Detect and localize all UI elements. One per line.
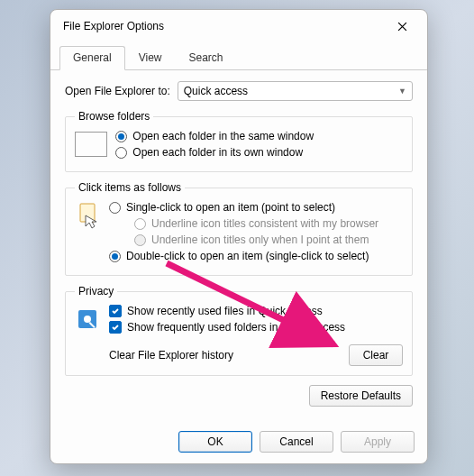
tab-strip: General View Search: [50, 46, 427, 70]
dialog-title: File Explorer Options: [63, 20, 164, 32]
close-icon: [397, 22, 407, 32]
radio-icon: [134, 234, 146, 246]
tab-search[interactable]: Search: [176, 46, 237, 69]
cursor-file-icon: [75, 201, 102, 232]
checkbox-checked-icon: [109, 321, 122, 334]
radio-same-window[interactable]: Open each folder in the same window: [115, 130, 314, 142]
folder-window-icon: [75, 132, 107, 157]
privacy-legend: Privacy: [75, 285, 117, 298]
privacy-group: Privacy Show recently used files in Quic…: [65, 285, 413, 376]
open-to-row: Open File Explorer to: Quick access ▼: [65, 81, 413, 101]
privacy-icon: [75, 305, 102, 335]
ok-button[interactable]: OK: [178, 431, 252, 453]
radio-underline-point: Underline icon titles only when I point …: [134, 233, 403, 246]
radio-own-window[interactable]: Open each folder in its own window: [115, 146, 314, 159]
close-button[interactable]: [384, 14, 420, 38]
check-recent-files[interactable]: Show recently used files in Quick access: [109, 305, 403, 317]
restore-defaults-button[interactable]: Restore Defaults: [309, 385, 413, 407]
apply-button: Apply: [341, 431, 415, 453]
check-frequent-folders[interactable]: Show frequently used folders in Quick ac…: [109, 321, 403, 334]
dialog-footer: OK Cancel Apply: [50, 422, 427, 463]
checkbox-checked-icon: [109, 305, 122, 317]
open-to-dropdown[interactable]: Quick access ▼: [178, 81, 413, 101]
browse-folders-legend: Browse folders: [75, 110, 153, 123]
cancel-button[interactable]: Cancel: [260, 431, 333, 453]
radio-single-click[interactable]: Single-click to open an item (point to s…: [109, 201, 403, 214]
tab-view[interactable]: View: [125, 46, 176, 69]
titlebar: File Explorer Options: [50, 10, 427, 42]
svg-point-2: [84, 316, 91, 323]
radio-underline-browser: Underline icon titles consistent with my…: [134, 217, 403, 230]
click-items-legend: Click items as follows: [75, 181, 185, 194]
radio-icon: [134, 218, 146, 230]
tab-general[interactable]: General: [59, 46, 125, 70]
browse-folders-group: Browse folders Open each folder in the s…: [65, 110, 413, 172]
radio-double-click[interactable]: Double-click to open an item (single-cli…: [109, 250, 403, 262]
radio-icon: [109, 202, 121, 214]
click-items-group: Click items as follows Single-click to o…: [65, 181, 413, 276]
open-to-label: Open File Explorer to:: [65, 85, 170, 97]
radio-icon: [109, 251, 121, 262]
chevron-down-icon: ▼: [398, 87, 406, 96]
clear-history-label: Clear File Explorer history: [109, 349, 233, 362]
radio-icon: [115, 131, 127, 142]
file-explorer-options-dialog: File Explorer Options General View Searc…: [50, 9, 428, 464]
tab-content: Open File Explorer to: Quick access ▼ Br…: [50, 70, 427, 422]
open-to-value: Quick access: [184, 85, 248, 97]
radio-icon: [115, 147, 127, 159]
clear-button[interactable]: Clear: [349, 344, 403, 366]
